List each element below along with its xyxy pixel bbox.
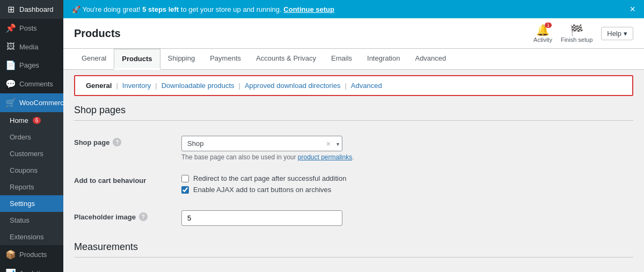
sidebar-item-products[interactable]: 📦 Products	[0, 245, 63, 264]
home-badge: 6	[33, 117, 41, 124]
page-title: Products	[74, 27, 121, 40]
sub-nav-downloadable[interactable]: Downloadable products	[158, 80, 238, 91]
label-text-placeholder: Placeholder image	[74, 213, 136, 221]
sidebar-label-home: Home	[10, 116, 28, 124]
product-permalinks-link[interactable]: product permalinks	[298, 153, 352, 161]
sidebar-label-orders: Orders	[10, 133, 31, 141]
section-title-shop-pages: Shop pages	[74, 105, 633, 121]
dashboard-icon: ⊞	[5, 4, 16, 14]
sidebar-label-settings: Settings	[10, 200, 35, 208]
tab-products[interactable]: Products	[114, 49, 160, 70]
sidebar-item-coupons[interactable]: Coupons	[0, 162, 63, 179]
help-icon-shop-page[interactable]: ?	[113, 138, 121, 146]
sidebar-item-dashboard[interactable]: ⊞ Dashboard	[0, 0, 63, 19]
notice-bar: 🚀 You're doing great! 5 steps left to ge…	[63, 0, 644, 18]
sidebar-item-analytics[interactable]: 📊 Analytics	[0, 264, 63, 272]
sidebar-label-pages: Pages	[19, 61, 39, 69]
placeholder-image-input[interactable]	[181, 210, 342, 226]
ajax-checkbox[interactable]	[181, 186, 189, 194]
sidebar-label-reports: Reports	[10, 183, 34, 191]
app: ⊞ Dashboard 📌 Posts 🖼 Media 📄 Pages 💬 Co…	[0, 0, 644, 272]
sidebar-item-posts[interactable]: 📌 Posts	[0, 19, 63, 38]
form-field-placeholder	[181, 210, 633, 226]
tabs: General Products Shipping Payments Accou…	[74, 49, 633, 69]
sidebar-label-status: Status	[10, 216, 30, 224]
redirect-checkbox[interactable]	[181, 175, 189, 182]
main-layout: ⊞ Dashboard 📌 Posts 🖼 Media 📄 Pages 💬 Co…	[0, 0, 644, 272]
form-row-shop-page: Shop page ? Shop × ▾ The base page can	[74, 129, 633, 168]
sidebar-label-posts: Posts	[19, 24, 37, 32]
sidebar-item-pages[interactable]: 📄 Pages	[0, 56, 63, 75]
media-icon: 🖼	[5, 42, 16, 52]
products-icon: 📦	[5, 249, 16, 260]
sidebar-item-comments[interactable]: 💬 Comments	[0, 75, 63, 93]
sidebar-label-customers: Customers	[10, 150, 43, 158]
tab-accounts-privacy[interactable]: Accounts & Privacy	[248, 49, 324, 69]
sidebar-label-woocommerce: WooCommerce	[19, 99, 63, 107]
ajax-label: Enable AJAX add to cart buttons on archi…	[193, 186, 331, 194]
header-actions: 🔔 1 Activity 🏁 Finish setup Help ▾	[533, 24, 633, 43]
sub-nav: General | Inventory | Downloadable produ…	[74, 75, 633, 96]
finish-setup-label: Finish setup	[561, 36, 592, 43]
shop-page-description: The base page can also be used in your p…	[181, 153, 633, 161]
tab-advanced[interactable]: Advanced	[407, 49, 453, 69]
sidebar-label-extensions: Extensions	[10, 233, 44, 241]
sub-nav-inventory[interactable]: Inventory	[119, 80, 154, 91]
content-area: 🚀 You're doing great! 5 steps left to ge…	[63, 0, 644, 272]
tab-payments[interactable]: Payments	[202, 49, 248, 69]
label-text-add-to-cart: Add to cart behaviour	[74, 177, 146, 185]
help-label: Help	[607, 30, 621, 38]
form-label-shop-page: Shop page ?	[74, 136, 181, 146]
sidebar-item-media[interactable]: 🖼 Media	[0, 38, 63, 56]
help-chevron-icon: ▾	[624, 30, 627, 38]
woocommerce-icon: 🛒	[5, 98, 16, 108]
shop-page-select-wrapper: Shop × ▾	[181, 136, 342, 151]
analytics-icon: 📊	[5, 268, 16, 272]
sub-nav-general[interactable]: General	[86, 80, 115, 91]
page-header: Products 🔔 1 Activity 🏁 Finish setup	[63, 18, 644, 49]
sidebar-label-products: Products	[19, 251, 47, 259]
form-row-add-to-cart: Add to cart behaviour Redirect to the ca…	[74, 168, 633, 204]
help-button[interactable]: Help ▾	[601, 27, 633, 40]
shop-page-select[interactable]: Shop	[181, 136, 342, 151]
pages-icon: 📄	[5, 60, 16, 70]
form-row-weight: Weight unit ? kg g lbs oz	[74, 266, 633, 272]
form-label-add-to-cart: Add to cart behaviour	[74, 174, 181, 185]
notice-text: 🚀 You're doing great! 5 steps left to ge…	[72, 5, 334, 13]
tab-general[interactable]: General	[74, 49, 114, 69]
section-title-measurements: Measurements	[74, 241, 633, 258]
sub-nav-advanced[interactable]: Advanced	[348, 80, 385, 91]
main-content: Shop pages Shop page ? Shop × ▾	[63, 96, 644, 272]
continue-setup-link[interactable]: Continue setup	[283, 5, 334, 13]
sidebar-item-orders[interactable]: Orders	[0, 129, 63, 145]
shop-page-clear-icon[interactable]: ×	[326, 139, 331, 148]
sidebar-item-extensions[interactable]: Extensions	[0, 229, 63, 245]
tab-shipping[interactable]: Shipping	[160, 49, 203, 69]
notice-close-button[interactable]: ×	[630, 4, 635, 14]
comments-icon: 💬	[5, 79, 16, 89]
tab-integration[interactable]: Integration	[360, 49, 407, 69]
sidebar-item-woocommerce[interactable]: 🛒 WooCommerce	[0, 93, 63, 112]
tabs-container: General Products Shipping Payments Accou…	[63, 49, 644, 70]
sidebar: ⊞ Dashboard 📌 Posts 🖼 Media 📄 Pages 💬 Co…	[0, 0, 63, 272]
help-icon-placeholder[interactable]: ?	[139, 212, 148, 221]
sidebar-label-comments: Comments	[19, 80, 53, 88]
form-field-shop-page: Shop × ▾ The base page can also be used …	[181, 136, 633, 161]
form-row-placeholder: Placeholder image ?	[74, 204, 633, 233]
sidebar-label-coupons: Coupons	[10, 166, 38, 174]
finish-setup-button[interactable]: 🏁 Finish setup	[561, 24, 592, 43]
activity-button[interactable]: 🔔 1 Activity	[533, 24, 552, 43]
sidebar-item-status[interactable]: Status	[0, 212, 63, 229]
sub-nav-approved[interactable]: Approved download directories	[241, 80, 344, 91]
sidebar-item-settings[interactable]: Settings	[0, 195, 63, 212]
checkbox-row-ajax: Enable AJAX add to cart buttons on archi…	[181, 186, 633, 194]
sidebar-item-reports[interactable]: Reports	[0, 179, 63, 195]
tab-emails[interactable]: Emails	[324, 49, 360, 69]
sidebar-item-home[interactable]: Home 6	[0, 112, 63, 129]
sidebar-label-analytics: Analytics	[19, 269, 47, 272]
sidebar-item-customers[interactable]: Customers	[0, 145, 63, 162]
label-text-shop-page: Shop page	[74, 138, 109, 146]
form-field-add-to-cart: Redirect to the cart page after successf…	[181, 174, 633, 197]
sidebar-label-dashboard: Dashboard	[19, 5, 54, 13]
finish-setup-icon: 🏁	[570, 24, 583, 36]
